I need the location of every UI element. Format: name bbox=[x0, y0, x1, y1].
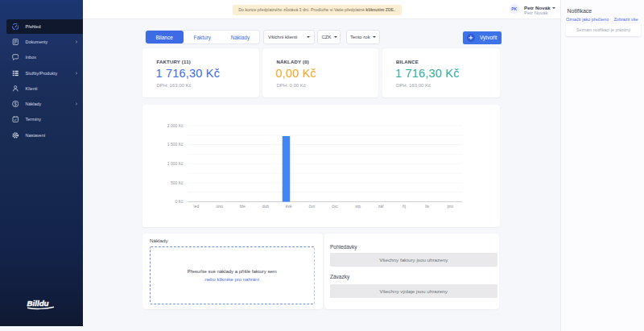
svg-text:kvě: kvě bbox=[286, 204, 292, 209]
svg-text:2 000 Kč: 2 000 Kč bbox=[167, 122, 184, 127]
svg-text:bře: bře bbox=[240, 204, 246, 209]
svg-text:úno: úno bbox=[216, 204, 223, 209]
svg-text:0 Kč: 0 Kč bbox=[175, 199, 184, 204]
svg-text:zář: zář bbox=[378, 204, 384, 209]
svg-text:1 000 Kč: 1 000 Kč bbox=[167, 160, 184, 165]
svg-text:pro: pro bbox=[448, 204, 453, 209]
svg-text:1 500 Kč: 1 500 Kč bbox=[167, 142, 184, 147]
svg-text:led: led bbox=[194, 204, 200, 209]
svg-text:lis: lis bbox=[425, 204, 429, 209]
svg-text:čvc: čvc bbox=[332, 204, 338, 209]
svg-text:čvn: čvn bbox=[308, 204, 315, 209]
svg-text:Billdu: Billdu bbox=[27, 299, 49, 308]
svg-text:dub: dub bbox=[262, 204, 270, 209]
svg-text:srp: srp bbox=[355, 204, 361, 209]
svg-text:500 Kč: 500 Kč bbox=[171, 180, 184, 184]
svg-text:říj: říj bbox=[402, 204, 406, 209]
